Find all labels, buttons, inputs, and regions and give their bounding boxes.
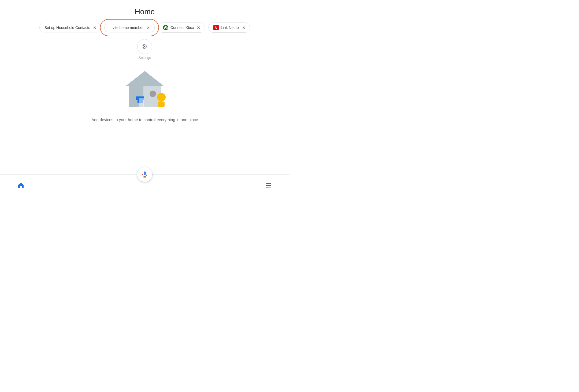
chip-household-contacts[interactable]: Set up Household Contacts ✕ (39, 23, 101, 32)
home-nav-icon (17, 182, 24, 189)
svg-marker-1 (126, 71, 164, 86)
close-icon[interactable]: ✕ (196, 25, 201, 30)
chip-label: Link Netflix (221, 25, 239, 30)
page-title: Home (135, 8, 155, 16)
svg-rect-7 (139, 98, 144, 107)
chip-label: Set up Household Contacts (44, 25, 90, 30)
netflix-icon: N (213, 25, 219, 30)
settings-button[interactable]: ⚙ Settings (137, 39, 152, 60)
xbox-icon (163, 25, 168, 30)
svg-point-4 (150, 91, 156, 97)
svg-rect-9 (158, 102, 165, 107)
chip-connect-xbox[interactable]: Connect Xbox ✕ (158, 23, 205, 33)
mic-icon (141, 171, 148, 178)
menu-nav-icon (265, 182, 272, 189)
chip-invite-wrapper: Invite home member ✕ (104, 23, 155, 32)
menu-nav-button[interactable] (264, 181, 273, 190)
chip-invite-home-member[interactable]: Invite home member ✕ (104, 23, 155, 32)
settings-circle: ⚙ (137, 39, 152, 54)
svg-rect-16 (266, 187, 268, 188)
svg-rect-13 (266, 183, 271, 184)
home-nav-button[interactable] (16, 181, 26, 190)
close-icon[interactable]: ✕ (92, 25, 97, 30)
chip-label: Connect Xbox (170, 25, 194, 30)
mic-fab-button[interactable] (137, 167, 152, 182)
house-illustration: Add devices to your home to control ever… (91, 68, 198, 123)
chips-row: Set up Household Contacts ✕ Invite home … (39, 23, 250, 33)
svg-rect-10 (144, 171, 146, 175)
chip-label: Invite home member (109, 25, 144, 30)
chip-link-netflix[interactable]: N Link Netflix ✕ (208, 23, 250, 33)
settings-label: Settings (139, 56, 151, 60)
close-icon[interactable]: ✕ (146, 25, 151, 30)
close-icon[interactable]: ✕ (241, 25, 246, 30)
svg-point-8 (157, 93, 166, 102)
house-svg (121, 68, 169, 111)
home-description: Add devices to your home to control ever… (91, 117, 198, 123)
svg-rect-14 (266, 185, 271, 186)
gear-icon: ⚙ (142, 43, 148, 50)
